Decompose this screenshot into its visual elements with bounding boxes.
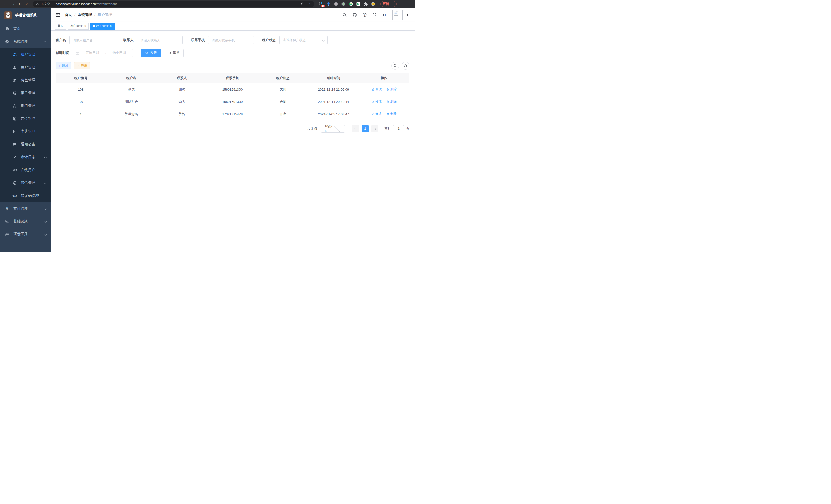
extension-command-icon[interactable]: ⌘ xyxy=(334,2,338,6)
tenant-name-input[interactable] xyxy=(69,36,115,45)
start-date-placeholder[interactable]: 开始日期 xyxy=(82,51,103,55)
status-select[interactable]: 请选择租户状态 xyxy=(279,36,327,45)
delete-link[interactable]: 删除 xyxy=(386,112,397,116)
avatar-caret-icon[interactable]: ▼ xyxy=(406,13,409,17)
next-page-button[interactable] xyxy=(371,125,378,132)
bookmark-star-icon[interactable]: ☆ xyxy=(308,2,311,6)
audit-pencil-icon xyxy=(12,155,17,159)
address-bar[interactable]: 不安全 dashboard.yudao.iocoder.cn/system/te… xyxy=(33,1,314,7)
help-icon[interactable]: ? xyxy=(362,12,367,17)
mobile-label: 联系手机 xyxy=(191,38,205,42)
sidebar-item-menu[interactable]: 菜单管理 xyxy=(0,87,51,99)
roles-icon xyxy=(12,78,17,83)
create-time-range-picker[interactable]: 开始日期 - 结束日期 xyxy=(73,49,133,57)
sidebar-item-post[interactable]: 岗位管理 xyxy=(0,112,51,125)
system-submenu: 租户管理 用户管理 角色管理 菜单管理 xyxy=(0,48,51,202)
goto-page-input[interactable] xyxy=(393,125,404,132)
trash-icon xyxy=(386,88,389,91)
org-tree-icon xyxy=(12,104,17,108)
font-size-icon[interactable]: tT xyxy=(382,12,387,17)
app-title: 芋道管理系统 xyxy=(15,13,37,18)
extension-strip: 10 ⌘ Y xyxy=(319,2,375,6)
sidebar-item-online-user[interactable]: 在线用户 xyxy=(0,164,51,176)
status-value: 关闭 xyxy=(258,83,308,95)
browser-reload-icon[interactable]: ↻ xyxy=(17,0,23,8)
calendar-icon xyxy=(76,51,79,55)
profile-avatar-icon[interactable] xyxy=(371,2,375,6)
reset-button[interactable]: 重置 xyxy=(164,49,184,57)
extensions-puzzle-icon[interactable] xyxy=(364,2,368,6)
shield-check-icon xyxy=(12,181,17,185)
gear-icon xyxy=(5,39,9,44)
browser-back-icon[interactable]: ← xyxy=(3,0,9,8)
sidebar-item-payment[interactable]: ¥ 支付管理 xyxy=(0,202,51,215)
col-contact: 联系人 xyxy=(156,73,207,83)
mobile-input[interactable] xyxy=(208,36,254,45)
breadcrumb-system[interactable]: 系统管理 xyxy=(78,12,92,17)
github-icon[interactable] xyxy=(352,12,357,17)
sidebar-item-role[interactable]: 角色管理 xyxy=(0,74,51,87)
delete-link[interactable]: 删除 xyxy=(386,87,397,91)
sidebar-item-dev-tools[interactable]: 研发工具 xyxy=(0,228,51,241)
extension-yuque-icon[interactable]: Y xyxy=(349,2,353,6)
fullscreen-icon[interactable] xyxy=(372,12,377,17)
toolbox-icon xyxy=(5,232,9,237)
end-date-placeholder[interactable]: 结束日期 xyxy=(109,51,130,55)
page-url[interactable]: dashboard.yudao.iocoder.cn/system/tenant xyxy=(56,2,117,6)
browser-menu-icon[interactable]: ⋮ xyxy=(391,2,395,6)
sidebar-item-audit-log[interactable]: 审计日志 xyxy=(0,151,51,164)
add-button[interactable]: + 新增 xyxy=(56,62,71,69)
chevron-down-icon xyxy=(322,39,325,41)
sidebar-item-notice[interactable]: 通知公告 xyxy=(0,138,51,151)
edit-link[interactable]: 修改 xyxy=(372,99,382,104)
share-icon[interactable] xyxy=(300,2,304,6)
table-row: 108 测试 测试 15601691300 关闭 2021-12-14 21:0… xyxy=(56,83,409,95)
sidebar-item-system[interactable]: 系统管理 xyxy=(0,35,51,48)
avatar[interactable] xyxy=(392,10,403,20)
close-icon[interactable]: × xyxy=(84,24,86,28)
browser-forward-icon[interactable]: → xyxy=(10,0,16,8)
sidebar-item-home[interactable]: 首页 xyxy=(0,22,51,35)
app-logo-row[interactable]: 芋道管理系统 xyxy=(0,8,51,22)
export-button[interactable]: 导出 xyxy=(74,62,90,69)
extension-chat-icon[interactable] xyxy=(356,2,361,6)
sidebar-item-user[interactable]: 用户管理 xyxy=(0,61,51,74)
delete-link[interactable]: 删除 xyxy=(386,99,397,104)
download-icon xyxy=(77,64,80,67)
sidebar-item-dept[interactable]: 部门管理 xyxy=(0,99,51,112)
extension-balloon-icon[interactable] xyxy=(326,2,331,6)
sidebar: 芋道管理系统 首页 系统管理 租户管理 xyxy=(0,8,51,252)
sidebar-collapse-icon[interactable] xyxy=(55,12,61,18)
browser-home-icon[interactable]: ⌂ xyxy=(24,0,30,8)
breadcrumb-home[interactable]: 首页 xyxy=(65,12,72,17)
sidebar-item-dict[interactable]: 字典管理 xyxy=(0,125,51,138)
extension-colorzilla-icon[interactable]: 10 xyxy=(319,2,323,6)
close-icon[interactable]: × xyxy=(110,24,112,28)
sidebar-item-error-code[interactable]: </> 错误码管理 xyxy=(0,189,51,202)
sidebar-item-tenant[interactable]: 租户管理 xyxy=(0,48,51,61)
header-search-icon[interactable] xyxy=(342,12,347,17)
toggle-search-button[interactable] xyxy=(391,62,399,69)
svg-text:?: ? xyxy=(364,14,365,16)
edit-link[interactable]: 修改 xyxy=(372,87,382,91)
page-size-select[interactable]: 10条/页 xyxy=(321,125,345,132)
chevron-up-icon xyxy=(44,40,47,43)
refresh-table-button[interactable] xyxy=(402,62,409,69)
extension-recorder-icon[interactable] xyxy=(341,2,346,6)
tab-tenant[interactable]: 租户管理 × xyxy=(90,23,115,30)
tab-home[interactable]: 首页 xyxy=(55,23,66,30)
broken-image-icon xyxy=(393,10,399,16)
contact-input[interactable] xyxy=(137,36,183,45)
security-label[interactable]: 不安全 xyxy=(41,2,50,6)
sidebar-item-sms[interactable]: 短信管理 xyxy=(0,176,51,189)
edit-link[interactable]: 修改 xyxy=(372,112,382,116)
chrome-update-button[interactable]: 更新 ⋮ xyxy=(380,1,397,7)
search-button[interactable]: 搜索 xyxy=(141,49,161,57)
table-row: 1 芋道源码 芋艿 17321315478 开启 2021-01-05 17:0… xyxy=(56,108,409,120)
tab-dept[interactable]: 部门管理 × xyxy=(68,23,89,30)
chevron-down-icon xyxy=(44,156,47,158)
browser-toolbar: ← → ↻ ⌂ 不安全 dashboard.yudao.iocoder.cn/s… xyxy=(0,0,416,8)
page-number-1[interactable]: 1 xyxy=(362,125,369,132)
sidebar-item-infrastructure[interactable]: 基础设施 xyxy=(0,215,51,228)
prev-page-button[interactable] xyxy=(352,125,359,132)
